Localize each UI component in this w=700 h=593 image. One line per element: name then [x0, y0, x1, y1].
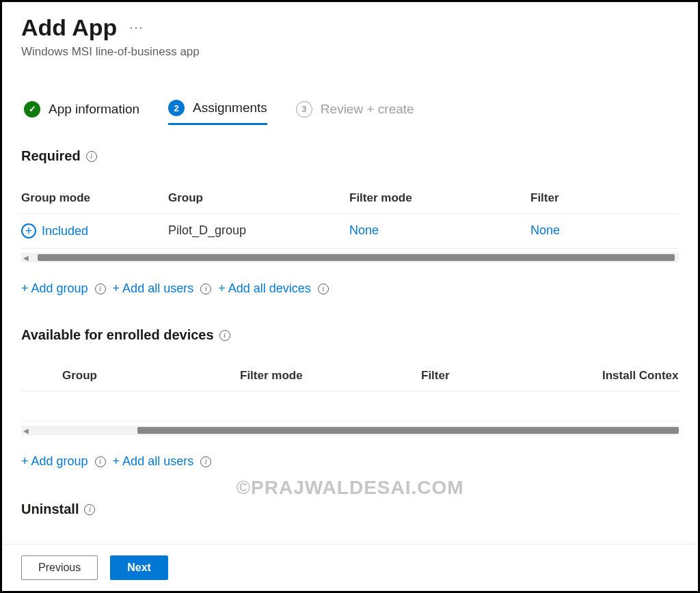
caret-left-icon[interactable]: ◀ [21, 426, 31, 435]
more-actions-icon[interactable]: ··· [129, 20, 144, 35]
col-install-context: Install Contex [602, 369, 679, 383]
add-all-users-link[interactable]: + Add all users [113, 454, 194, 469]
section-available-title: Available for enrolled devices [21, 327, 214, 343]
step-label: Review + create [321, 102, 414, 117]
previous-button[interactable]: Previous [21, 555, 98, 580]
next-button[interactable]: Next [110, 555, 168, 580]
add-group-link[interactable]: + Add group [21, 454, 88, 469]
info-icon[interactable]: i [84, 504, 95, 515]
add-group-link[interactable]: + Add group [21, 281, 88, 296]
checkmark-icon: ✓ [24, 101, 40, 118]
step-number-icon: 3 [296, 101, 312, 118]
info-icon[interactable]: i [200, 284, 211, 294]
info-icon[interactable]: i [318, 284, 329, 294]
info-icon[interactable]: i [86, 151, 97, 162]
step-label: Assignments [193, 100, 267, 115]
horizontal-scrollbar[interactable]: ◀ [21, 253, 679, 262]
step-review-create[interactable]: 3 Review + create [296, 100, 414, 125]
info-icon[interactable]: i [219, 330, 230, 341]
group-value: Pilot_D_group [168, 223, 349, 238]
table-header: Group mode Group Filter mode Filter [21, 184, 679, 214]
group-mode-value[interactable]: Included [42, 224, 88, 238]
col-filter: Filter [421, 369, 602, 383]
plus-circle-icon[interactable]: + [21, 223, 36, 238]
footer-bar: Previous Next [2, 544, 698, 591]
col-group: Group [62, 369, 240, 383]
caret-left-icon[interactable]: ◀ [21, 253, 31, 262]
col-filter: Filter [530, 191, 679, 205]
step-number-icon: 2 [168, 100, 185, 116]
col-filter-mode: Filter mode [349, 191, 530, 205]
section-uninstall-title: Uninstall [21, 501, 79, 517]
available-table-header: Group Filter mode Filter Install Contex [21, 362, 679, 391]
table-row[interactable]: + Included Pilot_D_group None None [21, 214, 679, 249]
info-icon[interactable]: i [95, 456, 106, 467]
horizontal-scrollbar[interactable]: ◀ [21, 426, 679, 435]
col-group-mode: Group mode [21, 191, 168, 205]
section-required-title: Required [21, 148, 81, 164]
step-tabs: ✓ App information 2 Assignments 3 Review… [21, 100, 679, 125]
col-group: Group [168, 191, 349, 205]
add-all-devices-link[interactable]: + Add all devices [218, 281, 311, 296]
step-app-information[interactable]: ✓ App information [24, 100, 139, 125]
col-filter-mode: Filter mode [240, 369, 421, 383]
info-icon[interactable]: i [200, 456, 211, 467]
step-label: App information [49, 102, 139, 117]
add-all-users-link[interactable]: + Add all users [113, 281, 194, 296]
page-subtitle: Windows MSI line-of-business app [21, 45, 679, 59]
info-icon[interactable]: i [95, 284, 106, 294]
required-table: Group mode Group Filter mode Filter + In… [21, 184, 679, 249]
col-spacer [21, 369, 62, 383]
filter-mode-value[interactable]: None [349, 223, 530, 238]
available-empty-row [21, 391, 679, 422]
page-title: Add App [21, 14, 117, 41]
filter-value[interactable]: None [530, 223, 679, 238]
step-assignments[interactable]: 2 Assignments [168, 100, 267, 125]
